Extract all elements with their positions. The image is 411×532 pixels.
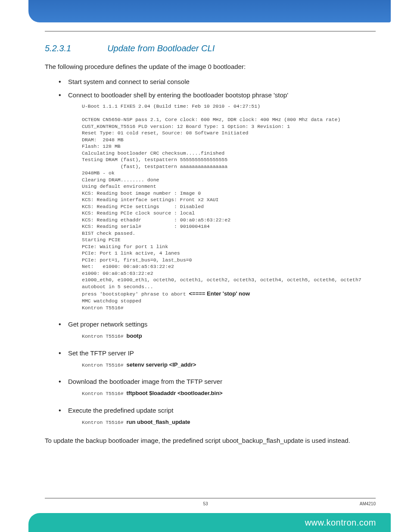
step-item: Connect to bootloader shell by entering … (59, 91, 376, 311)
step-item: Execute the predefined update script Kon… (59, 407, 376, 426)
step-text: Set the TFTP server IP (68, 349, 134, 357)
code-cmd: bootp (127, 333, 142, 339)
footer-divider (45, 498, 376, 498)
code-block: Kontron T5516# tftpboot $loadaddr <bootl… (82, 389, 376, 397)
step-item: Set the TFTP server IP Kontron T5516# se… (59, 349, 376, 369)
code-block: Kontron T5516# setenv serverip <IP_addr> (82, 361, 376, 369)
section-number: 5.2.3.1 (45, 44, 71, 53)
step-item: Get proper network settings Kontron T551… (59, 320, 376, 340)
steps-list: Start system and connect to serial conso… (59, 78, 376, 426)
closing-paragraph: To update the backup bootloader image, t… (45, 437, 376, 444)
header-bar (28, 0, 391, 22)
code-prompt: Kontron T5516# (82, 362, 127, 368)
step-item: Download the bootloader image from the T… (59, 378, 376, 397)
code-prompt: Kontron T5516# (82, 333, 127, 339)
step-text: Download the bootloader image from the T… (68, 378, 222, 385)
code-block: U-Boot 1.1.1 FIXES 2.04 (Build time: Feb… (82, 103, 376, 311)
code-post: MMC watchdog stopped Kontron T5516# (82, 298, 141, 311)
step-text: Start system and connect to serial conso… (68, 78, 190, 85)
footer-bar: www.kontron.com (28, 513, 391, 532)
code-prompt: Kontron T5516# (82, 420, 127, 425)
page-number: 53 (0, 501, 411, 506)
step-item: Start system and connect to serial conso… (59, 78, 376, 85)
code-block: Kontron T5516# bootp (82, 332, 376, 340)
code-prompt: Kontron T5516# (82, 391, 127, 396)
footer-url: www.kontron.com (305, 518, 376, 528)
section-title: Update from Bootloader CLI (107, 44, 215, 53)
intro-paragraph: The following procedure defines the upda… (45, 63, 376, 70)
code-cmd: run uboot_flash_update (127, 419, 190, 425)
code-cmd: setenv serverip <IP_addr> (127, 361, 196, 368)
step-text: Connect to bootloader shell by entering … (68, 91, 288, 99)
code-pre: U-Boot 1.1.1 FIXES 2.04 (Build time: Feb… (82, 103, 361, 297)
step-text: Get proper network settings (68, 320, 147, 328)
doc-id: AM4210 (360, 501, 376, 506)
code-cmd: tftpboot $loadaddr <bootloader.bin> (127, 390, 223, 396)
code-block: Kontron T5516# run uboot_flash_update (82, 418, 376, 426)
code-bold: <==== Enter 'stop' now (189, 290, 250, 297)
section-header: 5.2.3.1 Update from Bootloader CLI (45, 44, 376, 53)
content-area: 5.2.3.1 Update from Bootloader CLI The f… (45, 31, 376, 498)
step-text: Execute the predefined update script (68, 407, 173, 414)
